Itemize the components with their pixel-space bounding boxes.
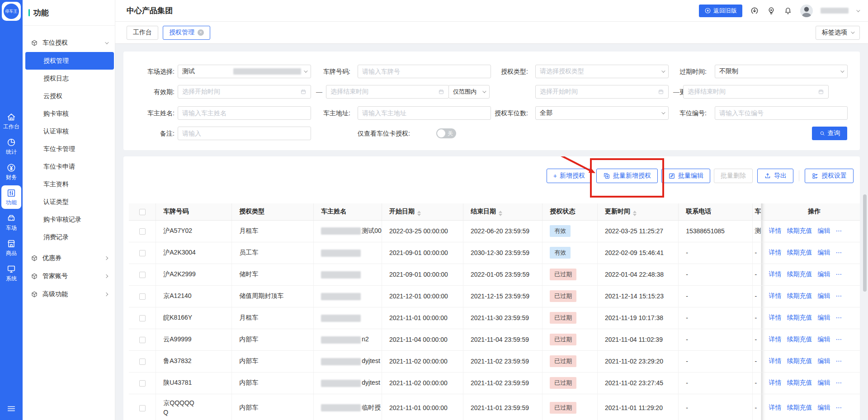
rail-item-stats[interactable]: 统计 bbox=[1, 135, 21, 158]
select-all-checkbox[interactable] bbox=[139, 209, 146, 215]
rail-item-goods[interactable]: 商品 bbox=[1, 236, 21, 260]
sort-icon[interactable] bbox=[633, 211, 637, 216]
sidebar-item-link[interactable]: 购卡审核 bbox=[23, 105, 115, 123]
batch-delete-button[interactable]: 批量删除 bbox=[714, 169, 753, 183]
batch-edit-button[interactable]: 批量编辑 bbox=[661, 169, 710, 183]
action-link-detail[interactable]: 详情 bbox=[769, 227, 781, 234]
action-link-renew-recharge[interactable]: 续期充值 bbox=[787, 314, 812, 321]
expire-time-select[interactable]: 不限制 bbox=[715, 65, 848, 78]
export-button[interactable]: 导出 bbox=[757, 169, 793, 183]
bulb-icon[interactable] bbox=[767, 6, 776, 15]
row-checkbox[interactable] bbox=[139, 293, 146, 300]
more-actions-icon[interactable]: ⋯ bbox=[835, 314, 842, 321]
sidebar-group-collapsed[interactable]: 优惠券 bbox=[23, 249, 115, 267]
action-link-detail[interactable]: 详情 bbox=[769, 314, 781, 321]
action-link-detail[interactable]: 详情 bbox=[769, 335, 781, 343]
auth-type-select[interactable]: 请选择授权类型 bbox=[535, 65, 669, 78]
app-logo[interactable]: 停车王 bbox=[2, 2, 21, 21]
action-link-renew-recharge[interactable]: 续期充值 bbox=[787, 335, 812, 343]
action-link-renew-recharge[interactable]: 续期充值 bbox=[787, 270, 812, 278]
row-checkbox[interactable] bbox=[139, 337, 146, 343]
action-link-edit[interactable]: 编辑 bbox=[817, 249, 830, 256]
more-actions-icon[interactable]: ⋯ bbox=[835, 379, 842, 386]
action-link-detail[interactable]: 详情 bbox=[769, 357, 781, 364]
action-link-renew-recharge[interactable]: 续期充值 bbox=[787, 249, 812, 256]
sidebar-item-link[interactable]: 消费记录 bbox=[23, 228, 115, 246]
action-link-edit[interactable]: 编辑 bbox=[817, 404, 830, 411]
more-actions-icon[interactable]: ⋯ bbox=[835, 270, 842, 278]
avatar[interactable] bbox=[800, 5, 813, 17]
tag-options-button[interactable]: 标签选项 bbox=[816, 26, 860, 40]
space-no-input[interactable] bbox=[715, 106, 848, 120]
action-link-detail[interactable]: 详情 bbox=[769, 292, 781, 299]
tab-workbench[interactable]: 工作台 bbox=[127, 26, 158, 40]
sidebar-group-parking-auth[interactable]: 车位授权 bbox=[23, 34, 115, 52]
back-to-old-version-button[interactable]: 返回旧版 bbox=[699, 5, 742, 17]
action-link-renew-recharge[interactable]: 续期充值 bbox=[787, 404, 812, 411]
action-link-renew-recharge[interactable]: 续期充值 bbox=[787, 227, 812, 234]
sort-icon[interactable] bbox=[417, 211, 421, 216]
rail-item-functions[interactable]: 功能 bbox=[1, 185, 21, 209]
sidebar-item-link[interactable]: 车位卡管理 bbox=[23, 140, 115, 158]
remark-input[interactable] bbox=[178, 127, 311, 140]
action-link-detail[interactable]: 详情 bbox=[769, 404, 781, 411]
action-link-renew-recharge[interactable]: 续期充值 bbox=[787, 292, 812, 299]
sidebar-item-link[interactable]: 云授权 bbox=[23, 87, 115, 105]
column-header-start[interactable]: 开始日期 bbox=[382, 203, 463, 220]
action-link-edit[interactable]: 编辑 bbox=[817, 292, 830, 299]
owner-name-input[interactable] bbox=[178, 106, 311, 120]
range-mode-select[interactable]: 仅范围内 bbox=[448, 85, 490, 99]
update-time-end-date[interactable]: 选择结束时间 bbox=[683, 85, 829, 99]
row-checkbox[interactable] bbox=[139, 250, 146, 256]
row-checkbox[interactable] bbox=[139, 315, 146, 321]
user-menu-chevron-icon[interactable] bbox=[856, 8, 860, 12]
action-link-renew-recharge[interactable]: 续期充值 bbox=[787, 379, 812, 386]
sidebar-group-collapsed[interactable]: 管家账号 bbox=[23, 267, 115, 285]
more-actions-icon[interactable]: ⋯ bbox=[835, 335, 842, 343]
close-icon[interactable] bbox=[198, 29, 204, 36]
menu-icon[interactable] bbox=[6, 404, 16, 414]
vertical-scrollbar[interactable] bbox=[863, 194, 867, 292]
sidebar-group-collapsed[interactable]: 高级功能 bbox=[23, 285, 115, 303]
rail-item-finance[interactable]: 财务 bbox=[1, 160, 21, 184]
sidebar-item-link[interactable]: 车主资料 bbox=[23, 175, 115, 193]
update-time-start-date[interactable]: 选择开始时间 bbox=[535, 85, 669, 99]
valid-period-end-date[interactable]: 选择结束时间 bbox=[326, 85, 449, 99]
action-link-detail[interactable]: 详情 bbox=[769, 249, 781, 256]
more-actions-icon[interactable]: ⋯ bbox=[835, 404, 842, 411]
column-header-updated[interactable]: 更新时间 bbox=[598, 203, 679, 220]
sidebar-item-link[interactable]: 车位卡申请 bbox=[23, 158, 115, 175]
row-checkbox[interactable] bbox=[139, 228, 146, 235]
sidebar-item-link[interactable]: 购卡审核记录 bbox=[23, 211, 115, 228]
more-actions-icon[interactable]: ⋯ bbox=[835, 357, 842, 364]
row-checkbox[interactable] bbox=[139, 272, 146, 278]
auth-space-count-select[interactable]: 全部 bbox=[535, 106, 669, 120]
rail-item-home[interactable]: 工作台 bbox=[1, 109, 21, 133]
row-checkbox[interactable] bbox=[139, 380, 146, 387]
add-auth-button[interactable]: + 新增授权 bbox=[547, 169, 592, 183]
action-link-renew-recharge[interactable]: 续期充值 bbox=[787, 357, 812, 364]
tab-auth-management[interactable]: 授权管理 bbox=[163, 26, 210, 40]
rail-item-parking[interactable]: 车场 bbox=[1, 211, 21, 234]
sidebar-item-active[interactable]: 授权管理 bbox=[25, 52, 114, 70]
rail-item-system[interactable]: 系统 bbox=[1, 261, 21, 285]
bell-icon[interactable] bbox=[783, 6, 793, 15]
card-only-toggle[interactable]: 关 bbox=[436, 128, 456, 138]
sidebar-item-link[interactable]: 授权日志 bbox=[23, 70, 115, 87]
action-link-edit[interactable]: 编辑 bbox=[817, 227, 830, 234]
sort-icon[interactable] bbox=[499, 211, 502, 216]
action-link-edit[interactable]: 编辑 bbox=[817, 357, 830, 364]
action-link-edit[interactable]: 编辑 bbox=[817, 314, 830, 321]
parking-lot-select[interactable]: 测试 bbox=[178, 65, 311, 78]
column-header-end[interactable]: 结束日期 bbox=[463, 203, 542, 220]
batch-add-auth-button[interactable]: 批量新增授权 bbox=[596, 169, 658, 183]
action-link-detail[interactable]: 详情 bbox=[769, 270, 781, 278]
more-actions-icon[interactable]: ⋯ bbox=[835, 249, 842, 256]
more-actions-icon[interactable]: ⋯ bbox=[835, 227, 842, 234]
search-button[interactable]: 查询 bbox=[812, 127, 847, 140]
sidebar-item-link[interactable]: 认证审核 bbox=[23, 123, 115, 140]
row-checkbox[interactable] bbox=[139, 359, 146, 365]
auth-settings-button[interactable]: 授权设置 bbox=[805, 169, 854, 183]
download-icon[interactable] bbox=[750, 6, 759, 15]
valid-period-start-date[interactable]: 选择开始时间 bbox=[178, 85, 311, 99]
